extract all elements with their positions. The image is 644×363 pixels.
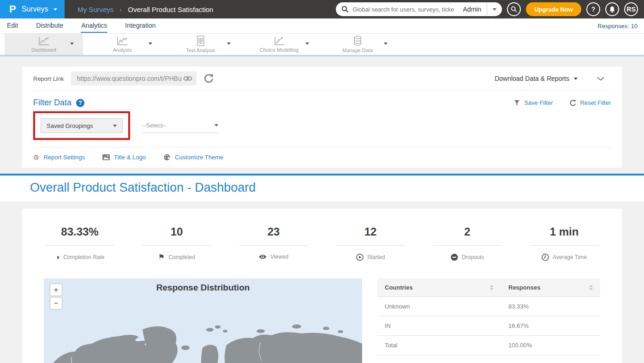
- country-cell: Total: [377, 336, 501, 355]
- report-link-row: Report Link https://www.questionpro.com/…: [22, 67, 622, 91]
- search-scope[interactable]: Admin: [458, 6, 487, 13]
- breadcrumb-my-surveys[interactable]: My Surveys: [78, 6, 113, 13]
- stat-started: 12 Started: [322, 225, 419, 261]
- avatar-initials: RS: [626, 6, 635, 13]
- table-row: Unknown 83.33%: [377, 297, 600, 316]
- divider: [45, 245, 114, 246]
- upgrade-now-button[interactable]: Upgrade Now: [526, 2, 581, 16]
- divider: [530, 245, 599, 246]
- search-scope-dropdown[interactable]: [487, 2, 502, 16]
- tab-integration[interactable]: Integration: [125, 19, 156, 33]
- image-icon: [102, 154, 110, 160]
- analytics-toolbar: Dashboard Analysis Text Analysis Choice …: [0, 34, 644, 56]
- collapse-chevron-icon[interactable]: [597, 77, 604, 81]
- reset-filter-label: Reset Filter: [580, 99, 611, 106]
- report-settings-label: Report Settings: [43, 154, 85, 161]
- stat-value: 23: [225, 225, 322, 238]
- responses-cell: 83.33%: [501, 297, 600, 316]
- country-cell: Unknown: [377, 297, 501, 316]
- breadcrumb-separator: ›: [119, 6, 122, 13]
- chevron-down-icon[interactable]: [305, 42, 309, 45]
- zoom-in-button[interactable]: +: [50, 284, 62, 296]
- customize-theme-label: Customize Theme: [175, 154, 223, 161]
- stats-row: 83.33% ◑Completion Rate 10 ⚑Completed 23…: [22, 209, 622, 261]
- stat-value: 12: [322, 225, 419, 238]
- help-button[interactable]: ?: [586, 2, 600, 16]
- avatar[interactable]: RS: [624, 2, 638, 16]
- topbar-actions: Admin Upgrade Now ? RS: [336, 2, 644, 16]
- reset-filter-button[interactable]: Reset Filter: [570, 99, 611, 106]
- toolbar-choice-modelling[interactable]: Choice Modelling: [240, 34, 318, 55]
- product-switcher[interactable]: P Surveys: [0, 0, 65, 18]
- table-row: IN 16.67%: [377, 316, 600, 336]
- stat-label: Average Time: [553, 254, 587, 260]
- survey-tabs: Edit Distribute Analytics Integration Re…: [0, 18, 644, 34]
- customize-theme-button[interactable]: Customize Theme: [163, 154, 223, 161]
- report-link-url: https://www.questionpro.com/t/PHBu: [77, 75, 183, 82]
- link-icon[interactable]: [183, 76, 192, 81]
- toolbar-text-analysis[interactable]: Text Analysis: [161, 34, 240, 55]
- tab-edit[interactable]: Edit: [6, 19, 18, 33]
- page-title: Overall Product Satisfaction - Dashboard: [30, 181, 644, 195]
- toolbar-item-label: Manage Data: [342, 48, 373, 53]
- chevron-down-icon: [215, 124, 218, 127]
- tab-analytics[interactable]: Analytics: [81, 19, 107, 33]
- divider: [336, 245, 405, 246]
- stat-value: 1 min: [516, 225, 613, 238]
- tab-distribute[interactable]: Distribute: [36, 19, 64, 33]
- filter-data-header: Filter Data ? Save Filter Reset Filter: [22, 91, 622, 109]
- save-filter-label: Save Filter: [524, 99, 553, 106]
- filter-help-icon[interactable]: ?: [76, 99, 84, 107]
- responses-header[interactable]: Responses: [501, 278, 600, 297]
- stat-label: Viewed: [270, 254, 288, 260]
- responses-count: Responses: 10: [597, 23, 638, 30]
- title-logo-button[interactable]: Title & Logo: [102, 154, 146, 161]
- responses-cell: 100.00%: [501, 336, 600, 355]
- filter-actions: Save Filter Reset Filter: [514, 99, 611, 106]
- toolbar-manage-data[interactable]: Manage Data: [318, 34, 397, 55]
- chevron-down-icon[interactable]: [227, 42, 231, 45]
- search-button[interactable]: [507, 2, 521, 16]
- report-link-input[interactable]: https://www.questionpro.com/t/PHBu: [71, 72, 197, 85]
- country-cell: IN: [377, 316, 501, 336]
- chevron-down-icon[interactable]: [384, 42, 388, 45]
- eye-icon: [259, 254, 267, 260]
- funnel-icon: [514, 100, 520, 106]
- toolbar-item-label: Analysis: [113, 47, 132, 53]
- report-link-label: Report Link: [33, 75, 64, 82]
- filter-data-title: Filter Data: [33, 98, 72, 108]
- share-report-icon[interactable]: [204, 74, 214, 84]
- grouping-value-select[interactable]: --Select--: [142, 118, 218, 133]
- save-filter-button[interactable]: Save Filter: [514, 99, 553, 106]
- countries-header-label: Countries: [385, 284, 413, 291]
- stat-completed: 10 ⚑Completed: [128, 225, 225, 261]
- world-map-image: [44, 301, 362, 363]
- countries-header[interactable]: Countries: [377, 278, 501, 297]
- toolbar-dashboard[interactable]: Dashboard: [5, 34, 83, 55]
- gear-icon: ⚙: [33, 154, 39, 161]
- contrast-icon: ◑: [55, 254, 60, 261]
- questionpro-logo-icon: P: [9, 4, 16, 14]
- chevron-down-icon[interactable]: [149, 42, 152, 45]
- notifications-button[interactable]: [605, 2, 619, 16]
- search-icon: [341, 6, 349, 13]
- report-settings-button[interactable]: ⚙ Report Settings: [33, 154, 85, 161]
- stat-label: Dropouts: [462, 254, 484, 260]
- global-search-input[interactable]: [349, 6, 457, 13]
- chevron-down-icon[interactable]: [70, 42, 74, 45]
- toolbar-item-label: Text Analysis: [186, 48, 215, 53]
- flag-icon: ⚑: [158, 254, 165, 261]
- stat-label: Completion Rate: [63, 254, 104, 260]
- dashboard-card: 83.33% ◑Completion Rate 10 ⚑Completed 23…: [22, 209, 622, 363]
- download-data-reports-dropdown[interactable]: Download Data & Reports: [495, 75, 578, 82]
- bell-icon: [609, 6, 615, 13]
- line-chart-icon: [38, 36, 50, 46]
- saved-groupings-select[interactable]: Saved Groupings: [41, 118, 123, 133]
- chevron-down-icon: [574, 78, 578, 80]
- toolbar-analysis[interactable]: Analysis: [83, 34, 161, 55]
- zoom-out-button[interactable]: −: [50, 297, 62, 309]
- breadcrumb: My Surveys › Overall Product Satisfactio…: [78, 6, 213, 13]
- countries-table: Countries Responses: [377, 278, 600, 363]
- sort-icon: [589, 285, 593, 290]
- chevron-down-icon: [493, 8, 496, 11]
